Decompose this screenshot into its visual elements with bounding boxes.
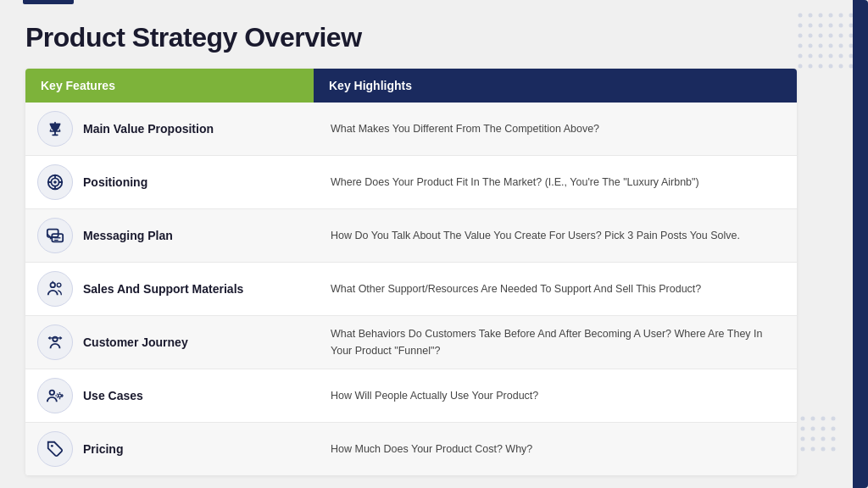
highlight-cell-pricing: How Much Does Your Product Cost? Why?: [314, 423, 797, 476]
feature-label-positioning: Positioning: [83, 175, 147, 189]
strategy-table: Key Features Key Highlights Main Value P…: [25, 69, 797, 475]
feature-cell-customer-journey: Customer Journey: [25, 316, 314, 369]
svg-point-20: [819, 44, 823, 48]
svg-point-28: [839, 54, 843, 58]
svg-point-37: [811, 417, 815, 421]
scale-icon: [37, 111, 73, 147]
svg-point-51: [832, 447, 836, 452]
svg-point-33: [829, 64, 833, 69]
svg-point-31: [809, 64, 813, 69]
highlight-cell-sales-support: What Other Support/Resources Are Needed …: [314, 263, 797, 316]
accent-line: [23, 0, 74, 4]
feature-label-customer-journey: Customer Journey: [83, 336, 188, 349]
highlight-text-value-proposition: What Makes You Different From The Compet…: [331, 123, 599, 135]
svg-point-7: [809, 24, 813, 28]
col-features-header: Key Features: [25, 69, 314, 103]
svg-point-34: [839, 64, 843, 69]
tag-icon: [37, 431, 73, 467]
svg-point-2: [819, 14, 823, 18]
svg-point-4: [839, 14, 843, 18]
svg-point-15: [829, 34, 833, 38]
table-row: PositioningWhere Does Your Product Fit I…: [25, 156, 797, 209]
highlight-cell-customer-journey: What Behaviors Do Customers Take Before …: [314, 316, 797, 369]
svg-point-40: [801, 427, 805, 431]
highlight-text-use-cases: How Will People Actually Use Your Produc…: [331, 390, 538, 402]
svg-point-48: [801, 447, 805, 452]
highlight-text-pricing: How Much Does Your Product Cost? Why?: [331, 443, 532, 455]
svg-point-36: [801, 417, 805, 421]
feature-cell-use-cases: Use Cases: [25, 369, 314, 423]
svg-point-63: [51, 283, 56, 288]
col-highlights-header: Key Highlights: [314, 69, 797, 103]
svg-point-27: [829, 54, 833, 58]
svg-point-70: [51, 445, 53, 447]
feature-cell-positioning: Positioning: [25, 156, 314, 209]
svg-point-0: [798, 14, 803, 18]
svg-point-44: [801, 437, 805, 441]
svg-point-9: [829, 24, 833, 28]
feature-cell-pricing: Pricing: [25, 423, 314, 476]
svg-point-69: [58, 394, 62, 397]
page-wrapper: Product Strategy Overview Key Features K…: [0, 0, 868, 488]
table-row: Customer JourneyWhat Behaviors Do Custom…: [25, 316, 797, 369]
people-icon: [37, 271, 73, 307]
table-row: Messaging PlanHow Do You Talk About The …: [25, 209, 797, 263]
feature-label-value-proposition: Main Value Proposition: [83, 122, 214, 136]
feature-cell-value-proposition: Main Value Proposition: [25, 103, 314, 156]
page-title: Product Strategy Overview: [25, 22, 843, 53]
svg-point-54: [53, 180, 57, 184]
highlight-text-sales-support: What Other Support/Resources Are Needed …: [331, 283, 701, 295]
svg-point-22: [839, 44, 843, 48]
svg-point-1: [809, 14, 813, 18]
highlight-text-customer-journey: What Behaviors Do Customers Take Before …: [331, 328, 763, 357]
highlight-text-messaging-plan: How Do You Talk About The Value You Crea…: [331, 230, 740, 241]
svg-point-26: [819, 54, 823, 58]
highlight-cell-messaging-plan: How Do You Talk About The Value You Crea…: [314, 209, 797, 263]
svg-point-6: [798, 24, 803, 28]
feature-cell-messaging-plan: Messaging Plan: [25, 209, 314, 263]
svg-point-50: [821, 447, 826, 452]
svg-point-25: [809, 54, 813, 58]
right-bar-decoration: [853, 0, 868, 488]
svg-point-10: [839, 24, 843, 28]
svg-point-46: [821, 437, 826, 441]
svg-point-12: [798, 34, 803, 38]
table-header-row: Key Features Key Highlights: [25, 69, 797, 103]
svg-point-41: [811, 427, 815, 431]
svg-point-49: [811, 447, 815, 452]
svg-point-47: [832, 437, 836, 441]
svg-point-42: [821, 427, 826, 431]
svg-point-32: [819, 64, 823, 69]
feature-label-messaging-plan: Messaging Plan: [83, 229, 173, 242]
svg-point-14: [819, 34, 823, 38]
gear-person-icon: [37, 378, 73, 413]
svg-point-13: [809, 34, 813, 38]
dots-decoration-bottom: [796, 412, 847, 463]
svg-point-45: [811, 437, 815, 441]
feature-label-pricing: Pricing: [83, 442, 123, 456]
highlight-cell-positioning: Where Does Your Product Fit In The Marke…: [314, 156, 797, 209]
svg-point-3: [829, 14, 833, 18]
svg-point-16: [839, 34, 843, 38]
table-row: Use CasesHow Will People Actually Use Yo…: [25, 369, 797, 423]
svg-point-64: [57, 283, 61, 287]
target-icon: [37, 164, 73, 200]
table-row: Sales And Support MaterialsWhat Other Su…: [25, 263, 797, 316]
svg-point-21: [829, 44, 833, 48]
svg-point-68: [50, 391, 55, 396]
message-icon: [37, 218, 73, 253]
svg-point-43: [832, 427, 836, 431]
highlight-cell-value-proposition: What Makes You Different From The Compet…: [314, 103, 797, 156]
table-row: PricingHow Much Does Your Product Cost? …: [25, 423, 797, 476]
journey-icon: [37, 324, 73, 360]
svg-point-38: [821, 417, 826, 421]
svg-point-19: [809, 44, 813, 48]
svg-point-39: [832, 417, 836, 421]
dots-decoration-top: [792, 7, 860, 75]
feature-label-sales-support: Sales And Support Materials: [83, 282, 243, 296]
feature-label-use-cases: Use Cases: [83, 389, 143, 402]
svg-point-18: [798, 44, 803, 48]
svg-point-30: [798, 64, 803, 69]
highlight-cell-use-cases: How Will People Actually Use Your Produc…: [314, 369, 797, 423]
svg-point-8: [819, 24, 823, 28]
